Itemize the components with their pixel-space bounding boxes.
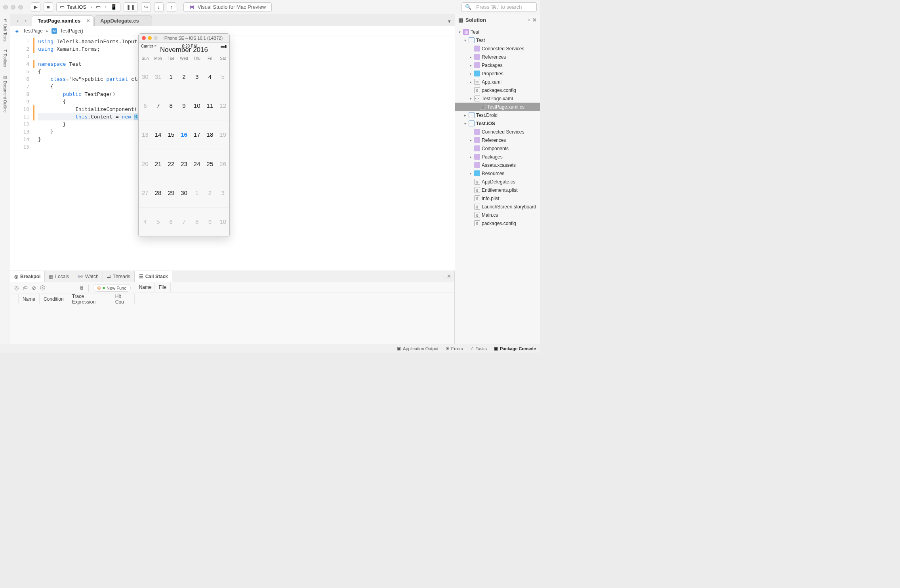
calendar-day[interactable]: 7 (177, 208, 191, 237)
status-tasks[interactable]: ✓Tasks (470, 346, 487, 351)
tree-item[interactable]: ▸Resources (455, 169, 540, 178)
calendar-day[interactable]: 17 (191, 120, 204, 149)
calendar-day[interactable]: 22 (164, 149, 177, 178)
stop-button[interactable]: ■ (44, 2, 53, 12)
tree-item[interactable]: ▾▥Test (455, 28, 540, 36)
window-close-icon[interactable] (3, 5, 8, 10)
calendar-day[interactable]: 19 (216, 120, 229, 149)
calendar-day[interactable]: 6 (164, 208, 177, 237)
calendar-day[interactable]: 2 (204, 178, 217, 207)
tree-item[interactable]: Connected Services (455, 44, 540, 53)
panel-dock-icon[interactable]: ▫ ✕ (440, 273, 454, 279)
bp-icon[interactable]: ◎ (14, 285, 19, 291)
tree-item[interactable]: {}Info.plist (455, 194, 540, 202)
tree-item[interactable]: ▾Test (455, 36, 540, 44)
bp-disable-icon[interactable]: ⊘ (32, 285, 36, 291)
window-close-icon[interactable] (142, 36, 146, 40)
tab-testpage-xaml-cs[interactable]: TestPage.xaml.cs ✕ (32, 15, 93, 26)
calendar-day[interactable]: 4 (204, 62, 217, 91)
calendar-day[interactable]: 5 (216, 62, 229, 91)
tree-item[interactable]: ▾<>TestPage.xaml (455, 94, 540, 103)
tab-overflow-button[interactable]: ▾ (448, 18, 455, 26)
locals-tab[interactable]: ▦Locals (45, 271, 73, 282)
calendar-day[interactable]: 28 (152, 178, 165, 207)
step-over-button[interactable]: ↪ (141, 2, 151, 12)
col-name[interactable]: Name (19, 294, 40, 304)
tree-item[interactable]: {}packages.config (455, 86, 540, 94)
callstack-tab[interactable]: ☰Call Stack (135, 271, 172, 282)
solution-tree[interactable]: ▾▥Test▾TestConnected Services▸References… (455, 26, 540, 344)
calendar-day[interactable]: 1 (191, 178, 204, 207)
window-zoom-icon[interactable] (18, 5, 23, 10)
calendar-day[interactable]: 13 (139, 120, 152, 149)
calendar-day[interactable]: 23 (177, 149, 191, 178)
tree-item[interactable]: ▸Packages (455, 153, 540, 161)
calendar-day[interactable]: 14 (152, 120, 165, 149)
calendar-day[interactable]: 15 (164, 120, 177, 149)
window-minimize-icon[interactable] (148, 36, 152, 40)
calendar-day[interactable]: 8 (164, 91, 177, 120)
status-package-console[interactable]: ▣Package Console (494, 346, 536, 351)
calendar-grid[interactable]: 3031123456789101112131415161718192021222… (139, 62, 229, 237)
tree-item[interactable]: ▾Test.iOS (455, 119, 540, 128)
code-editor[interactable]: 123456789101112131415 using Telerik.Xama… (10, 36, 455, 271)
calendar-day[interactable]: 30 (139, 62, 152, 91)
tree-item[interactable]: {}Main.cs (455, 211, 540, 219)
window-minimize-icon[interactable] (11, 5, 15, 10)
calendar-day[interactable]: 4 (139, 208, 152, 237)
calendar-day[interactable]: 27 (139, 178, 152, 207)
calendar-day[interactable]: 3 (191, 62, 204, 91)
unit-tests-rail[interactable]: ⚗Unit Tests (3, 18, 7, 42)
calendar-day[interactable]: 12 (216, 91, 229, 120)
calendar-day[interactable]: 1 (164, 62, 177, 91)
col-condition[interactable]: Condition (40, 294, 68, 304)
settings-icon[interactable]: 🎚 (79, 285, 84, 291)
tree-item[interactable]: ▸References (455, 136, 540, 144)
tab-appdelegate-cs[interactable]: AppDelegate.cs (94, 15, 152, 26)
calendar-day[interactable]: 9 (204, 208, 217, 237)
run-target-selector[interactable]: ▭ Test.iOS › ▭ › 📱 (56, 2, 120, 12)
tree-item[interactable]: ▸References (455, 53, 540, 61)
watch-tab[interactable]: 👓Watch (73, 271, 103, 282)
calendar-day[interactable]: 7 (152, 91, 165, 120)
calendar-day[interactable]: 11 (204, 91, 217, 120)
step-out-button[interactable]: ↑ (167, 2, 176, 12)
threads-tab[interactable]: ⇄Threads (103, 271, 135, 282)
tree-item[interactable]: ▸Packages (455, 61, 540, 69)
tag-icon[interactable]: 🏷 (23, 285, 28, 291)
bp-delete-icon[interactable]: ⓧ (40, 284, 45, 292)
window-zoom-icon[interactable] (154, 36, 158, 40)
calendar-day[interactable]: 26 (216, 149, 229, 178)
tree-item[interactable]: {}Entitlements.plist (455, 186, 540, 194)
col-name[interactable]: Name (135, 282, 155, 292)
tree-item[interactable]: Assets.xcassets (455, 161, 540, 169)
pause-button[interactable]: ❚❚ (124, 2, 138, 12)
breadcrumb-class[interactable]: TestPage (23, 28, 43, 34)
calendar-day[interactable]: 21 (152, 149, 165, 178)
run-button[interactable]: ▶ (31, 2, 40, 12)
calendar-day[interactable]: 10 (216, 208, 229, 237)
simulator-titlebar[interactable]: iPhone SE – iOS 10.1 (14B72) (139, 34, 229, 43)
calendar-day[interactable]: 24 (191, 149, 204, 178)
calendar-day[interactable]: 18 (204, 120, 217, 149)
tree-item[interactable]: ▸Test.Droid (455, 111, 540, 119)
nav-forward-button[interactable]: › (22, 17, 29, 24)
calendar-day[interactable]: 8 (191, 208, 204, 237)
tree-item[interactable]: {}LaunchScreen.storyboard (455, 202, 540, 211)
calendar-day[interactable]: 9 (177, 91, 191, 120)
calendar-day[interactable]: 31 (152, 62, 165, 91)
tree-item[interactable]: {}packages.config (455, 219, 540, 227)
breakpoints-tab[interactable]: ◎Breakpoi (10, 271, 45, 282)
tree-item[interactable]: {}AppDelegate.cs (455, 178, 540, 186)
calendar-day[interactable]: 16 (177, 120, 191, 149)
tree-item[interactable]: Components (455, 144, 540, 153)
tree-item[interactable]: {}TestPage.xaml.cs (455, 103, 540, 111)
calendar-day[interactable]: 6 (139, 91, 152, 120)
calendar-day[interactable]: 2 (177, 62, 191, 91)
calendar-day[interactable]: 20 (139, 149, 152, 178)
ios-simulator-window[interactable]: iPhone SE – iOS 10.1 (14B72) Carrier ᯤ 6… (138, 33, 230, 237)
document-outline-rail[interactable]: ▤Document Outline (3, 75, 7, 113)
calendar-day[interactable]: 25 (204, 149, 217, 178)
close-icon[interactable]: ✕ (86, 18, 90, 23)
col-trace[interactable]: Trace Expression (68, 294, 111, 304)
